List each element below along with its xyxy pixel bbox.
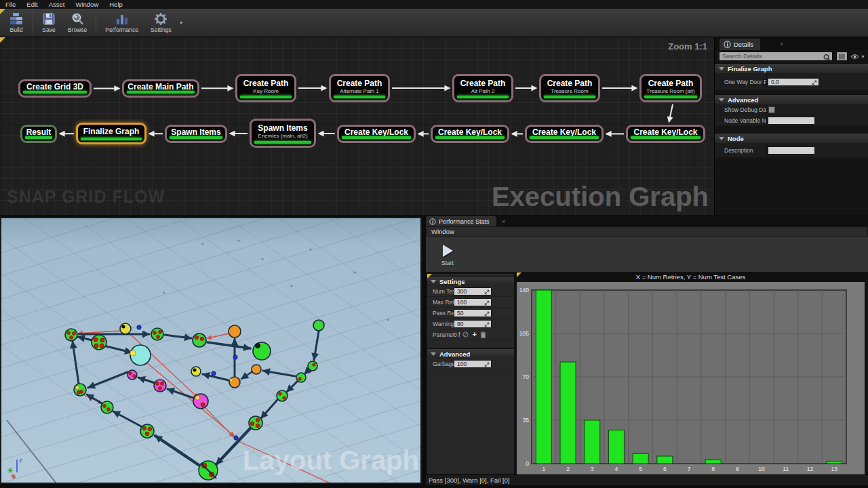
layout-node[interactable] [101,401,113,413]
layout-node[interactable] [65,329,77,341]
layout-node[interactable] [229,325,241,338]
graph-node-create-grid-3d[interactable]: Create Grid 3D [18,79,92,98]
performance-button[interactable]: Performance [99,9,144,37]
layout-node[interactable] [313,320,324,331]
layout-node[interactable] [296,373,306,382]
graph-node-create-path-treasure-room-alt[interactable]: Create PathTreasure Room (alt) [639,74,702,102]
tab-close-icon[interactable] [780,41,783,47]
graph-node-create-key-lock[interactable]: Create Key/Lock [337,125,416,143]
layout-graph-watermark: Layout Graph [243,445,419,476]
layout-node[interactable] [191,367,201,376]
retries-histogram: 0357010514012345678910111213 [517,282,865,474]
layout-node[interactable] [127,370,137,380]
setting-field-max-retr[interactable]: 100 [454,298,492,306]
setting-field-garbage[interactable]: 100 [454,360,492,368]
panel-corner-marker-icon [517,272,521,277]
node-variable-name-field[interactable] [768,117,815,125]
graph-node-create-path-alternate-path-1[interactable]: Create PathAlternate Path 1 [329,74,390,102]
section-header-node[interactable]: Node [715,133,868,143]
tab-close-icon[interactable] [502,218,505,225]
layout-node[interactable] [249,416,262,430]
info-icon [429,218,436,225]
details-tab-row: Details [715,37,868,50]
tab-details[interactable]: Details [719,39,760,50]
menu-item-help[interactable]: Help [109,1,123,8]
graph-node-spawn-items[interactable]: Spawn Items [165,125,227,143]
view-options-button[interactable]: ▼ [850,52,865,61]
marker-dot [234,436,238,440]
trash-icon[interactable] [480,331,486,338]
graph-node-title: Create Path [460,79,506,88]
layout-node[interactable] [253,342,271,360]
browse-button[interactable]: Browse [62,9,93,37]
chart-title: X = Num Retries, Y = Num Test Cases [517,272,865,282]
graph-node-create-main-path[interactable]: Create Main Path [122,79,199,98]
execution-graph-panel[interactable]: Zoom 1:1 Create Grid 3DCreate Main PathC… [0,37,714,215]
menu-item-edit[interactable]: Edit [26,1,37,8]
graph-corner-marker-icon [0,37,5,43]
section-header-advanced[interactable]: Advanced [715,94,868,104]
setting-field-num-tes[interactable]: 300 [454,287,492,296]
layout-node[interactable] [140,424,154,438]
graph-node-create-path-alt-path-2[interactable]: Create PathAlt Path 2 [452,74,513,102]
debris-speck [261,258,263,260]
graph-node-create-key-lock[interactable]: Create Key/Lock [525,125,604,143]
drag-resize-icon [484,311,490,317]
graph-node-result[interactable]: Result [20,125,57,143]
layout-node[interactable] [120,323,131,334]
graph-node-title: Create Main Path [127,83,193,92]
setting-field-pass-ret[interactable]: 50 [454,309,492,317]
section-header-finalize-graph[interactable]: Finalize Graph [715,63,868,73]
layout-viewport[interactable]: Z Layout Graph [0,217,422,484]
add-element-icon[interactable]: + [472,331,476,338]
menu-item-window[interactable]: Window [75,1,98,8]
graph-node-create-key-lock[interactable]: Create Key/Lock [431,125,509,143]
item-marker-dot [201,403,205,407]
layout-node[interactable] [193,394,208,409]
layout-node[interactable] [92,335,106,350]
performance-label: Performance [105,26,138,33]
y-tick-label: 105 [519,330,529,337]
menu-item-asset[interactable]: Asset [49,1,65,8]
item-marker-dot [256,424,259,427]
start-button[interactable]: Start [434,241,461,270]
graph-node-finalize-graph[interactable]: Finalize Graph [76,123,146,144]
tab-performance-stats[interactable]: Performance Stats [426,216,496,226]
layout-node[interactable] [151,328,163,340]
graph-node-create-path-treasure-room[interactable]: Create PathTreasure Room [539,74,600,102]
expand-arrow-icon [431,352,436,356]
layout-node[interactable] [193,333,206,347]
axis-gizmo: Z [7,458,22,479]
graph-node-create-path-key-room[interactable]: Create PathKey Room [235,74,296,102]
layout-node[interactable] [277,390,288,401]
search-details-input[interactable] [719,52,833,61]
setting-field-warning[interactable]: 80 [454,320,492,328]
graph-node-spawn-items-enemies-main-alt2[interactable]: Spawn ItemsEnemies (main, alt2) [250,119,316,148]
show-debug-data-checkbox[interactable] [768,106,775,113]
section-header-settings[interactable]: Settings [427,276,514,286]
item-marker-dot [133,375,136,378]
graph-node-create-key-lock[interactable]: Create Key/Lock [626,125,705,143]
one-way-door-field[interactable]: 0.0 [768,78,819,86]
layout-node[interactable] [308,361,317,371]
one-way-link [146,362,234,436]
layout-node[interactable] [130,345,151,365]
menu-item-window[interactable]: Window [431,228,454,235]
layout-node[interactable] [229,377,240,388]
property-matrix-button[interactable] [836,52,848,61]
settings-button[interactable]: Settings [144,9,178,37]
item-marker-dot [200,337,203,340]
save-button[interactable]: Save [36,9,62,37]
section-header-advanced[interactable]: Advanced [427,348,514,359]
layout-node[interactable] [252,365,261,374]
layout-node[interactable] [154,380,166,392]
x-tick-label: 2 [566,466,570,472]
layout-node[interactable] [74,384,86,396]
build-button[interactable]: Build [3,9,30,37]
menu-item-file[interactable]: File [5,1,16,8]
description-field[interactable] [768,146,815,155]
reset-icon[interactable] [462,331,469,338]
settings-caret-icon[interactable]: ▼ [179,20,184,25]
status-bar: Pass [300], Warn [0], Fail [0] [426,474,868,485]
main-toolbar: Build Save Browse [0,9,868,37]
